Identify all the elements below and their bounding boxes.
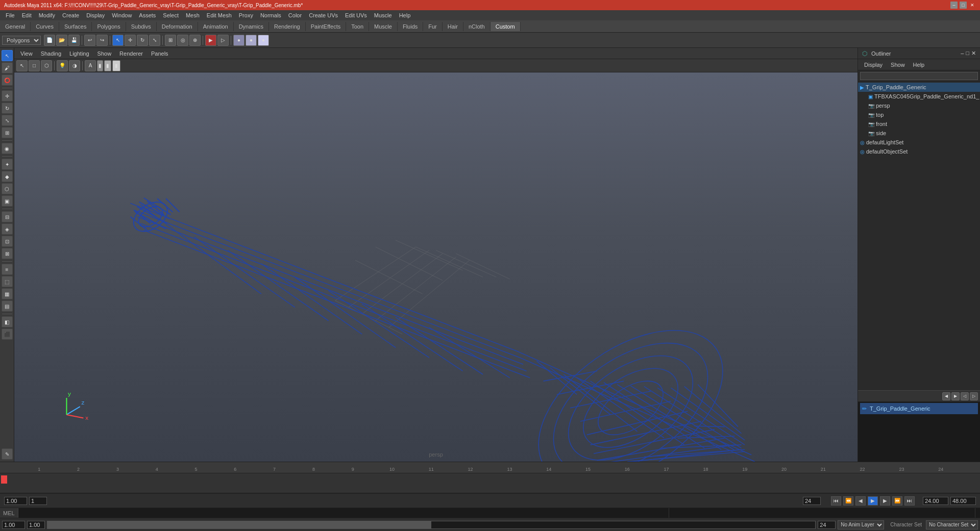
anim-layer-btn[interactable]: ▤ xyxy=(2,300,13,312)
menu-help[interactable]: Help xyxy=(396,11,414,19)
close-button[interactable]: ✕ xyxy=(969,2,976,9)
vp-wire-btn[interactable]: ⬡ xyxy=(41,60,52,71)
tree-item-1[interactable]: ▣TFBXASC045Grip_Paddle_Generic_nd1_ xyxy=(858,92,980,101)
save-btn[interactable]: 💾 xyxy=(68,35,80,46)
frame-sel-btn[interactable]: ⊠ xyxy=(2,248,13,259)
outliner-close-btn[interactable]: ✕ xyxy=(971,50,976,57)
undo-btn[interactable]: ↩ xyxy=(84,35,95,46)
display-layer-btn[interactable]: ⬚ xyxy=(2,276,13,287)
outliner-menu-display[interactable]: Display xyxy=(860,61,887,69)
playback-end-input[interactable] xyxy=(950,497,976,505)
menu-color[interactable]: Color xyxy=(285,11,305,19)
tab-subdivs[interactable]: Subdivs xyxy=(126,22,157,31)
tree-item-5[interactable]: 📷side xyxy=(858,129,980,138)
obt-btn2[interactable]: ▶ xyxy=(951,392,960,400)
lasso-btn[interactable]: ⭕ xyxy=(2,74,13,86)
tab-general[interactable]: General xyxy=(0,22,31,31)
layer-item[interactable]: ✏ T_Grip_Paddle_Generic xyxy=(860,403,978,414)
skin-btn[interactable]: ▣ xyxy=(2,195,13,207)
menu-edit-mesh[interactable]: Edit Mesh xyxy=(203,11,235,19)
tab-surfaces[interactable]: Surfaces xyxy=(59,22,92,31)
polygon-selector[interactable]: Polygons xyxy=(2,36,41,45)
tab-custom[interactable]: Custom xyxy=(491,22,521,31)
minimize-button[interactable]: – xyxy=(950,2,958,9)
vp-menu-renderer[interactable]: Renderer xyxy=(115,49,147,58)
anim-layer-select[interactable]: No Anim Layer xyxy=(838,520,884,529)
menu-assets[interactable]: Assets xyxy=(135,11,159,19)
timeline-track[interactable] xyxy=(0,473,980,493)
tab-rendering[interactable]: Rendering xyxy=(269,22,306,31)
hypershade-btn[interactable]: ◧ xyxy=(2,316,13,327)
menu-display[interactable]: Display xyxy=(83,11,108,19)
start-frame-input[interactable] xyxy=(4,497,27,505)
menu-mesh[interactable]: Mesh xyxy=(182,11,203,19)
frame-all-btn[interactable]: ⊡ xyxy=(2,236,13,247)
show-grid-btn[interactable]: ⊟ xyxy=(2,211,13,222)
isolate-btn[interactable]: ◈ xyxy=(2,223,13,235)
prev-frame-btn[interactable]: ◀ xyxy=(855,496,866,505)
rotate-tool[interactable]: ↻ xyxy=(2,103,13,114)
vp-shadow-btn[interactable]: ◑ xyxy=(69,60,80,71)
next-key-btn[interactable]: ⏩ xyxy=(892,496,902,505)
tab-fluids[interactable]: Fluids xyxy=(398,22,423,31)
open-btn[interactable]: 📂 xyxy=(56,35,67,46)
obt-btn4[interactable]: ▷ xyxy=(970,392,978,400)
tab-polygons[interactable]: Polygons xyxy=(92,22,126,31)
light2-btn[interactable]: ● xyxy=(246,35,257,46)
vp-shading-btn[interactable]: □ xyxy=(29,60,40,71)
tab-toon[interactable]: Toon xyxy=(346,22,369,31)
menu-edit-uvs[interactable]: Edit UVs xyxy=(341,11,371,19)
scale-tool[interactable]: ⤡ xyxy=(2,115,13,126)
tab-curves[interactable]: Curves xyxy=(31,22,59,31)
snap-curve-btn[interactable]: ◎ xyxy=(177,35,188,46)
vp-res3-btn[interactable]: ▮ xyxy=(112,60,120,71)
anim-end2-input[interactable] xyxy=(818,521,836,529)
joint-btn[interactable]: ◆ xyxy=(2,171,13,182)
script-btn[interactable]: ✎ xyxy=(2,448,13,460)
vp-light-btn[interactable]: 💡 xyxy=(57,60,68,71)
snap-grid-btn[interactable]: ⊞ xyxy=(165,35,176,46)
menu-modify[interactable]: Modify xyxy=(35,11,59,19)
menu-select[interactable]: Select xyxy=(159,11,182,19)
next-frame-btn[interactable]: ▶ xyxy=(880,496,890,505)
current-frame-input[interactable] xyxy=(29,497,47,505)
tab-dynamics[interactable]: Dynamics xyxy=(234,22,269,31)
new-scene-btn[interactable]: 📄 xyxy=(44,35,55,46)
tab-deformation[interactable]: Deformation xyxy=(157,22,198,31)
anim-cur-input[interactable] xyxy=(27,521,45,529)
outliner-tree[interactable]: ▶T_Grip_Paddle_Generic▣TFBXASC045Grip_Pa… xyxy=(858,82,980,390)
transform-tool[interactable]: ⊞ xyxy=(2,127,13,138)
tree-item-4[interactable]: 📷front xyxy=(858,119,980,129)
ipr-btn[interactable]: ▷ xyxy=(217,35,229,46)
select-mode-btn[interactable]: ↖ xyxy=(2,50,13,61)
node-editor-btn[interactable]: ⬛ xyxy=(2,328,13,340)
scale-btn[interactable]: ⤡ xyxy=(149,35,160,46)
tab-fur[interactable]: Fur xyxy=(423,22,443,31)
maximize-button[interactable]: □ xyxy=(960,2,967,9)
end-frame-input[interactable] xyxy=(803,497,821,505)
rotate-btn[interactable]: ↻ xyxy=(137,35,148,46)
tab-muscle[interactable]: Muscle xyxy=(369,22,398,31)
go-end-btn[interactable]: ⏭ xyxy=(904,496,915,505)
menu-create[interactable]: Create xyxy=(59,11,83,19)
outliner-minimize-btn[interactable]: – xyxy=(961,50,964,57)
menu-normals[interactable]: Normals xyxy=(257,11,285,19)
tree-item-0[interactable]: ▶T_Grip_Paddle_Generic xyxy=(858,83,980,92)
cluster-btn[interactable]: ✦ xyxy=(2,159,13,170)
tree-item-3[interactable]: 📷top xyxy=(858,110,980,119)
render-btn[interactable]: ▶ xyxy=(205,35,216,46)
snap-point-btn[interactable]: ⊕ xyxy=(189,35,201,46)
layer-btn[interactable]: ≡ xyxy=(2,264,13,275)
vp-aa-btn[interactable]: A xyxy=(85,60,96,71)
vp-res-btn[interactable]: ▮ xyxy=(97,60,103,71)
vp-menu-show[interactable]: Show xyxy=(93,49,116,58)
menu-proxy[interactable]: Proxy xyxy=(235,11,257,19)
soft-select-btn[interactable]: ◉ xyxy=(2,143,13,154)
outliner-menu-help[interactable]: Help xyxy=(909,61,929,69)
redo-btn[interactable]: ↪ xyxy=(96,35,108,46)
menu-edit[interactable]: Edit xyxy=(18,11,35,19)
tab-hair[interactable]: Hair xyxy=(443,22,463,31)
tab-painteffects[interactable]: PaintEffects xyxy=(306,22,347,31)
ik-btn[interactable]: ⬡ xyxy=(2,183,13,194)
move-tool[interactable]: ✛ xyxy=(2,90,13,102)
